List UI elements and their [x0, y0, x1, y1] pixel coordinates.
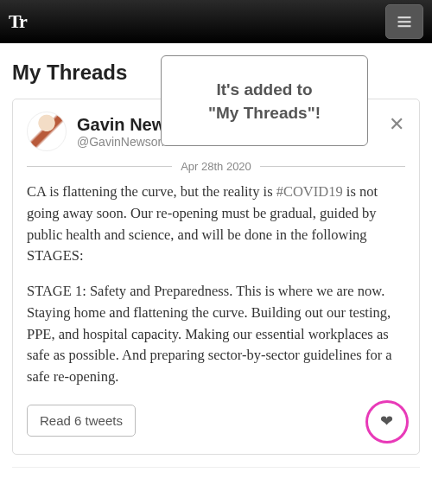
avatar[interactable]: [27, 112, 67, 151]
divider-line-right: [260, 166, 405, 167]
thread-card: Gavin News @GavinNewsom ✕ Apr 28th 2020 …: [12, 99, 420, 455]
thread-para-1: CA is flattening the curve, but the real…: [27, 182, 405, 267]
toast-line-1: It's added to: [179, 79, 350, 102]
date-divider: Apr 28th 2020: [27, 160, 405, 173]
favorite-wrap: ❤: [367, 402, 405, 440]
thread-card-footer: Read 6 tweets ❤: [27, 402, 405, 440]
svg-rect-1: [398, 21, 411, 22]
svg-rect-0: [398, 16, 411, 18]
app-header: Tr: [0, 0, 432, 43]
toast-line-2: "My Threads"!: [179, 102, 350, 125]
thread-date: Apr 28th 2020: [181, 160, 251, 173]
thread-para-2: STAGE 1: Safety and Preparedness. This i…: [27, 281, 405, 388]
para1-text-a: CA is flattening the curve, but the real…: [27, 183, 276, 200]
hamburger-menu-button[interactable]: [385, 4, 423, 39]
app-logo[interactable]: Tr: [9, 10, 27, 33]
added-toast: It's added to "My Threads"!: [161, 55, 368, 146]
next-card-hint: [12, 467, 420, 475]
hashtag-covid19[interactable]: #COVID19: [276, 183, 343, 200]
divider-line-left: [27, 166, 172, 167]
read-tweets-button[interactable]: Read 6 tweets: [27, 405, 136, 437]
svg-rect-2: [398, 25, 411, 27]
hamburger-icon: [396, 13, 413, 30]
close-icon[interactable]: ✕: [386, 113, 407, 134]
heart-icon[interactable]: ❤: [380, 411, 393, 431]
